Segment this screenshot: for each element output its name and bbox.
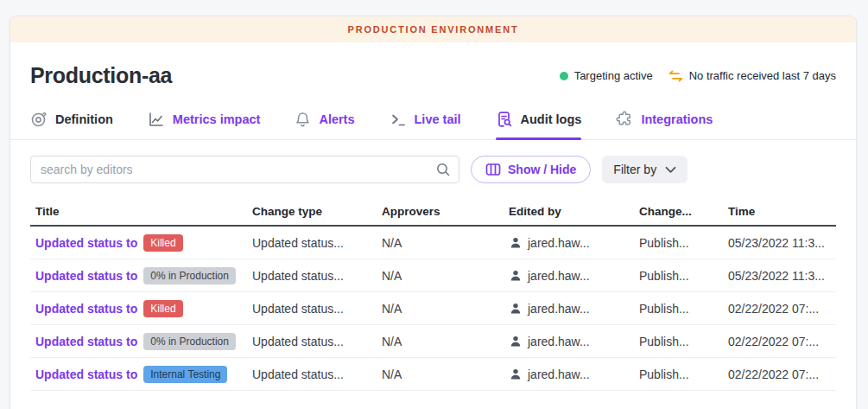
column-header-change: Change...	[639, 205, 728, 218]
row-edited-by: jared.haw...	[528, 367, 590, 381]
row-approvers: N/A	[382, 367, 509, 381]
line-chart-icon	[148, 111, 165, 128]
filter-by-button[interactable]: Filter by	[602, 156, 687, 183]
main-panel: PRODUCTION ENVIRONMENT Production-aa Tar…	[10, 16, 857, 409]
tab-integrations-label: Integrations	[641, 112, 713, 126]
filter-by-label: Filter by	[613, 163, 656, 176]
chevron-down-icon	[665, 166, 676, 174]
targeting-status: Targeting active	[560, 69, 653, 82]
row-approvers: N/A	[382, 236, 509, 250]
search-icon	[435, 162, 451, 181]
tab-definition[interactable]: Definition	[30, 111, 113, 139]
green-dot-icon	[560, 72, 568, 80]
show-hide-label: Show / Hide	[508, 163, 576, 176]
person-icon	[509, 236, 523, 250]
table-row[interactable]: Updated status to Killed Updated status.…	[30, 292, 836, 325]
person-icon	[509, 335, 523, 348]
row-title-link[interactable]: Updated status to	[35, 269, 137, 283]
tab-integrations[interactable]: Integrations	[616, 111, 713, 139]
table-row[interactable]: Updated status to 0% in Production Updat…	[30, 325, 836, 358]
page-header: Production-aa Targeting active No traffi…	[10, 63, 856, 88]
status-badge: 0% in Production	[143, 333, 236, 350]
status-badge: 0% in Production	[143, 267, 236, 284]
row-title-link[interactable]: Updated status to	[35, 302, 137, 316]
row-title-link[interactable]: Updated status to	[35, 367, 137, 381]
puzzle-icon	[616, 111, 633, 128]
row-change: Publish...	[639, 335, 728, 348]
row-approvers: N/A	[382, 269, 509, 283]
column-header-approvers: Approvers	[382, 205, 509, 218]
row-change: Publish...	[639, 367, 728, 381]
row-change-type: Updated status...	[252, 367, 382, 381]
row-change-type: Updated status...	[252, 302, 382, 316]
tab-live-tail-label: Live tail	[415, 112, 461, 126]
row-change-type: Updated status...	[252, 236, 382, 250]
person-icon	[509, 367, 523, 381]
row-change: Publish...	[639, 236, 728, 250]
column-header-change-type: Change type	[252, 205, 382, 218]
environment-banner: PRODUCTION ENVIRONMENT	[10, 16, 856, 42]
column-header-time: Time	[728, 205, 836, 218]
row-time: 02/22/2022 07:...	[728, 302, 836, 316]
targeting-status-label: Targeting active	[574, 69, 653, 82]
table-row[interactable]: Updated status to Killed Updated status.…	[30, 227, 836, 259]
row-edited-by: jared.haw...	[528, 302, 590, 316]
tab-metrics-impact-label: Metrics impact	[173, 112, 261, 126]
columns-icon	[485, 163, 501, 176]
column-header-edited-by: Edited by	[509, 205, 639, 218]
column-header-title: Title	[30, 205, 252, 218]
row-change: Publish...	[639, 302, 728, 316]
row-time: 05/23/2022 11:3...	[728, 236, 836, 250]
audit-log-table: Title Change type Approvers Edited by Ch…	[30, 197, 836, 391]
tab-metrics-impact[interactable]: Metrics impact	[148, 111, 261, 139]
row-change: Publish...	[639, 269, 728, 283]
row-edited-by: jared.haw...	[528, 335, 590, 348]
tab-definition-label: Definition	[55, 112, 113, 126]
row-time: 02/22/2022 07:...	[728, 367, 836, 381]
tab-audit-logs-label: Audit logs	[521, 112, 582, 126]
toolbar: Show / Hide Filter by	[10, 156, 856, 183]
search-input[interactable]	[30, 156, 459, 183]
swap-arrows-icon	[668, 70, 683, 82]
tab-live-tail[interactable]: Live tail	[390, 111, 461, 139]
page-title: Production-aa	[30, 63, 172, 88]
bell-icon	[295, 111, 311, 128]
status-badge: Killed	[143, 234, 182, 252]
environment-banner-label: PRODUCTION ENVIRONMENT	[348, 24, 519, 35]
row-edited-by: jared.haw...	[528, 236, 590, 250]
target-pen-icon	[30, 111, 48, 128]
tab-audit-logs[interactable]: Audit logs	[496, 111, 582, 139]
tab-alerts-label: Alerts	[319, 112, 354, 126]
row-time: 02/22/2022 07:...	[728, 335, 836, 348]
person-icon	[509, 269, 523, 283]
row-change-type: Updated status...	[252, 269, 382, 283]
tab-alerts[interactable]: Alerts	[295, 111, 354, 139]
row-approvers: N/A	[382, 302, 509, 316]
row-change-type: Updated status...	[252, 335, 382, 348]
row-approvers: N/A	[382, 335, 509, 348]
status-badge: Killed	[143, 300, 182, 317]
row-edited-by: jared.haw...	[528, 269, 590, 283]
show-hide-button[interactable]: Show / Hide	[471, 156, 591, 183]
search-wrap	[30, 156, 459, 183]
status-group: Targeting active No traffic received las…	[560, 69, 836, 82]
row-title-link[interactable]: Updated status to	[35, 236, 137, 250]
status-badge: Internal Testing	[143, 366, 227, 383]
audit-log-search-icon	[496, 111, 513, 128]
terminal-icon	[390, 111, 407, 128]
table-row[interactable]: Updated status to Internal Testing Updat…	[30, 358, 836, 391]
person-icon	[509, 302, 523, 316]
table-header-row: Title Change type Approvers Edited by Ch…	[30, 197, 836, 227]
row-title-link[interactable]: Updated status to	[35, 335, 137, 348]
table-row[interactable]: Updated status to 0% in Production Updat…	[30, 259, 836, 292]
traffic-status: No traffic received last 7 days	[668, 69, 836, 82]
tab-bar: Definition Metrics impact Alerts	[10, 111, 856, 140]
traffic-status-label: No traffic received last 7 days	[689, 69, 836, 82]
row-time: 05/23/2022 11:3...	[728, 269, 836, 283]
